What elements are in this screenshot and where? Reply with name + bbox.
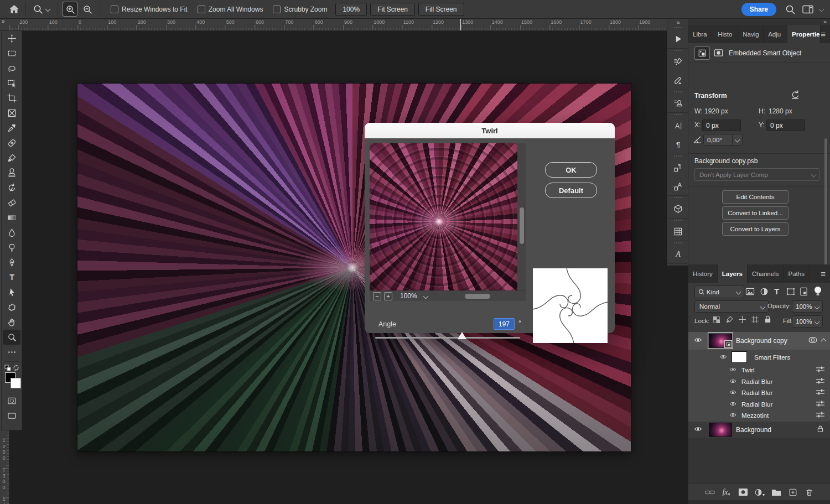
layer-name[interactable]: Background copy: [736, 337, 787, 345]
preview-hscroll-thumb[interactable]: [465, 294, 490, 299]
tab-channels[interactable]: Channels: [748, 264, 784, 283]
new-group-icon[interactable]: [771, 489, 781, 496]
custom-shape-tool[interactable]: [3, 300, 20, 315]
tab-adjustments[interactable]: Adju: [764, 25, 787, 43]
home-icon[interactable]: [7, 2, 21, 17]
collapse-dock-button[interactable]: «: [667, 18, 688, 25]
filter-name[interactable]: Twirl: [741, 367, 755, 373]
lock-all-icon[interactable]: [764, 315, 772, 325]
fill-screen-button[interactable]: Fill Screen: [418, 3, 464, 16]
filter-name[interactable]: Radial Blur: [741, 378, 772, 385]
visibility-eye-icon[interactable]: [729, 389, 736, 397]
x-input[interactable]: 0 px: [702, 119, 741, 131]
zoom-tool-icon[interactable]: [30, 2, 45, 17]
visibility-eye-icon[interactable]: [719, 354, 727, 361]
healing-brush-tool[interactable]: [3, 136, 20, 150]
brush-tool[interactable]: [3, 150, 20, 165]
ok-button[interactable]: OK: [545, 162, 597, 178]
layer-filter-kind-select[interactable]: Kind: [694, 285, 744, 298]
eyedropper-tool[interactable]: [3, 121, 20, 136]
preview-zoom-chevron-icon[interactable]: [423, 293, 428, 299]
workspace-chevron-icon[interactable]: [819, 7, 824, 12]
eraser-tool[interactable]: [3, 195, 20, 210]
angle-slider-track[interactable]: [375, 337, 520, 339]
3d-panel-icon[interactable]: [667, 199, 688, 218]
tool-preset-chevron-icon[interactable]: [45, 7, 51, 12]
background-color-swatch[interactable]: [11, 378, 21, 388]
lock-artboard-icon[interactable]: [751, 315, 759, 325]
default-colors-icon[interactable]: [4, 365, 11, 373]
tab-paths[interactable]: Paths: [784, 264, 809, 283]
share-button[interactable]: Share: [741, 3, 776, 16]
clone-source-panel-icon[interactable]: [667, 93, 688, 112]
link-layers-icon[interactable]: [704, 489, 715, 496]
object-selection-tool[interactable]: [3, 76, 20, 91]
character-styles-panel-icon[interactable]: A: [667, 176, 688, 195]
layer-row-background[interactable]: Background: [688, 422, 830, 438]
swap-colors-icon[interactable]: [13, 365, 19, 373]
actions-panel-icon[interactable]: [667, 29, 688, 48]
filter-blending-options-icon[interactable]: [816, 366, 825, 375]
hand-tool[interactable]: [3, 315, 20, 330]
smart-filter-row[interactable]: Radial Blur: [688, 376, 830, 388]
filter-name[interactable]: Mezzotint: [741, 412, 769, 419]
fit-screen-button[interactable]: Fit Screen: [370, 3, 415, 16]
brush-settings-panel-icon[interactable]: [667, 52, 688, 71]
filter-type-layers-icon[interactable]: T: [774, 287, 779, 296]
gradient-tool[interactable]: [3, 210, 20, 225]
screen-mode-button[interactable]: [3, 408, 20, 423]
tab-properties[interactable]: Properties: [787, 25, 821, 43]
filter-blending-options-icon[interactable]: [816, 388, 825, 397]
lasso-tool[interactable]: [3, 61, 20, 76]
new-adjustment-layer-icon[interactable]: ▾: [754, 487, 765, 497]
layer-row-background-copy[interactable]: Background copy: [688, 332, 830, 350]
resize-windows-to-fit-checkbox[interactable]: Resize Windows to Fit: [111, 6, 188, 13]
layer-thumbnail[interactable]: [709, 423, 732, 437]
default-button[interactable]: Default: [545, 183, 597, 198]
layer-name[interactable]: Background: [736, 426, 771, 434]
filter-preview-image[interactable]: [370, 143, 517, 291]
visibility-eye-icon[interactable]: [729, 412, 736, 419]
filter-blending-options-icon[interactable]: [816, 411, 825, 420]
smart-filters-row[interactable]: Smart Filters: [688, 350, 830, 365]
new-layer-icon[interactable]: [787, 488, 798, 497]
opacity-select[interactable]: 100%: [792, 300, 823, 313]
crop-tool[interactable]: [3, 91, 20, 106]
properties-scrollbar[interactable]: [824, 138, 827, 277]
tab-navigator[interactable]: Navig: [738, 25, 764, 43]
clone-stamp-tool[interactable]: [3, 165, 20, 180]
y-input[interactable]: 0 px: [766, 119, 805, 131]
frame-tool[interactable]: [3, 106, 20, 121]
filter-shape-layers-icon[interactable]: [786, 287, 795, 298]
dodge-tool[interactable]: [3, 240, 20, 255]
layer-filter-toggle[interactable]: [813, 286, 822, 298]
visibility-eye-icon[interactable]: [729, 401, 736, 408]
smart-filter-indicator-icon[interactable]: [808, 336, 818, 345]
search-icon[interactable]: [783, 2, 797, 17]
dialog-title[interactable]: Twirl: [365, 123, 615, 139]
workspace-icon[interactable]: [801, 2, 815, 17]
panel-menu-icon[interactable]: ≡: [821, 264, 830, 283]
reset-transform-icon[interactable]: [790, 90, 800, 101]
blend-mode-select[interactable]: Normal: [694, 300, 769, 313]
tab-histogram[interactable]: Histo: [713, 25, 738, 43]
preview-zoom-level[interactable]: 100%: [400, 292, 417, 300]
expand-panels-button[interactable]: »: [688, 18, 830, 25]
filter-smart-objects-icon[interactable]: [800, 287, 808, 298]
edit-toolbar[interactable]: [3, 345, 20, 360]
smart-filter-row[interactable]: Mezzotint: [688, 410, 830, 422]
filter-pixel-layers-icon[interactable]: [745, 287, 755, 298]
tab-libraries[interactable]: Libra: [688, 25, 713, 43]
panel-menu-icon[interactable]: ≡: [821, 25, 830, 43]
tab-layers[interactable]: Layers: [718, 264, 748, 283]
zoom-out-button[interactable]: [80, 2, 94, 16]
convert-to-layers-button[interactable]: Convert to Layers: [722, 222, 788, 236]
rotation-chevron[interactable]: [732, 134, 743, 146]
rotation-value[interactable]: 0,00°: [703, 134, 735, 146]
quick-mask-mode-button[interactable]: [3, 393, 20, 408]
zoom-in-button[interactable]: [63, 2, 77, 17]
filter-mask-thumbnail[interactable]: [732, 351, 747, 363]
zoom-all-windows-checkbox[interactable]: Zoom All Windows: [198, 6, 263, 13]
patterns-panel-icon[interactable]: [667, 222, 688, 241]
glyphs-panel-icon[interactable]: A: [667, 245, 688, 263]
